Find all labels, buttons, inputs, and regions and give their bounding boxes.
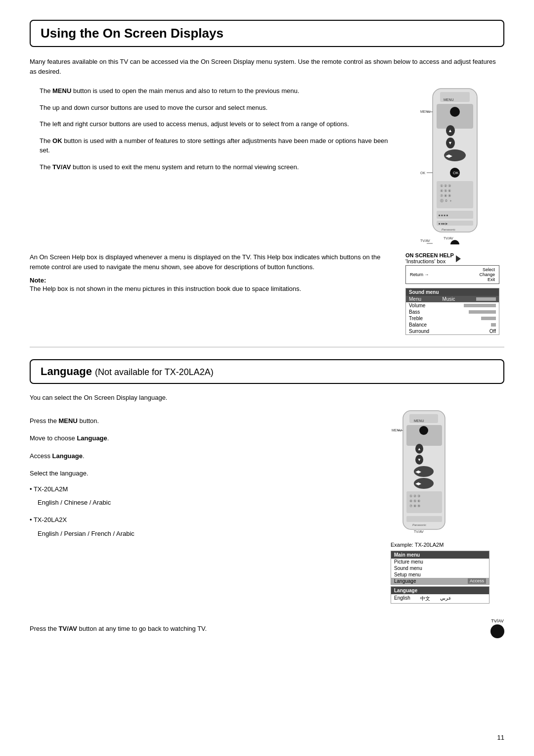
tvav-button-area: TV/AV xyxy=(490,618,504,638)
language-remote-area: MENU ▲ ▼ ◀▶ ◀▶ ① ② ③ ④ ⑤ ⑥ ⑦ ⑧ ⑨ xyxy=(391,408,504,604)
svg-text:TV/AV: TV/AV xyxy=(420,239,430,242)
help-arrow-icon xyxy=(456,255,461,262)
step-select-language: Select the language. xyxy=(30,468,381,479)
main-menu-header: Main menu xyxy=(391,551,489,559)
section-divider xyxy=(30,347,504,347)
sound-row-surround-label: Surround xyxy=(409,329,429,334)
section1-title: Using the On Screen Displays xyxy=(41,26,493,41)
svg-text:MENU: MENU xyxy=(414,419,424,423)
english-chinese-arabic: English / Chinese / Arabic xyxy=(30,497,381,508)
svg-text:Panasonic: Panasonic xyxy=(412,523,426,526)
section2-heading-box: Language (Not available for TX-20LA2A) xyxy=(30,359,504,384)
language-main-content: Press the MENU button. Move to choose La… xyxy=(30,408,504,604)
note-title: Note: xyxy=(30,277,46,284)
instructions-box-label: 'Instructions' box xyxy=(405,258,445,264)
svg-text:◀▶: ◀▶ xyxy=(415,481,422,486)
sound-bar-bass xyxy=(469,310,496,314)
sound-menu-row-menu: Menu Music xyxy=(406,296,499,302)
svg-text:Panasonic: Panasonic xyxy=(442,228,455,231)
sound-row-bass-label: Bass xyxy=(409,309,420,315)
example-label: Example: TX-20LA2M xyxy=(391,542,444,548)
sound-row-balance-label: Balance xyxy=(409,322,427,328)
menu-description: The MENU button is used to open the main… xyxy=(30,86,396,96)
main-menu-picture: Picture menu xyxy=(391,559,489,565)
return-label: Return → xyxy=(410,272,429,277)
lang-option-chinese: 中文 xyxy=(420,595,430,602)
cursor-ud-text: The up and down cursor buttons are used … xyxy=(40,104,267,111)
sound-menu-row-bass: Bass xyxy=(406,309,499,315)
svg-text:① ② ③: ① ② ③ xyxy=(409,494,420,498)
svg-text:MENU: MENU xyxy=(392,428,402,432)
sound-row-treble-label: Treble xyxy=(409,316,423,321)
svg-text:▼: ▼ xyxy=(448,141,452,145)
svg-text:◀▶: ◀▶ xyxy=(445,153,452,158)
help-title-text: ON SCREEN HELP 'Instructions' box xyxy=(405,252,454,264)
bullet-tx20la2m: • TX-20LA2M xyxy=(30,483,381,495)
svg-point-35 xyxy=(419,426,428,435)
section1-heading-box: Using the On Screen Displays xyxy=(30,20,504,47)
help-box-area: ON SCREEN HELP 'Instructions' box Select… xyxy=(405,252,504,335)
sound-menu-header: Sound menu xyxy=(406,288,499,296)
svg-point-24 xyxy=(450,240,459,244)
sound-bar-volume xyxy=(464,304,496,307)
main-menu-box: Main menu Picture menu Sound menu Setup … xyxy=(391,551,490,585)
main-menu-sound: Sound menu xyxy=(391,565,489,571)
remote-illustration: MENU ▲ ▼ ◀▶ OK ① ② ③ ④ ⑤ ⑥ ⑦ ⑧ ⑨ ⓪ ０ ＋ ■… xyxy=(405,86,504,244)
intro-paragraph: Many features available on this TV can b… xyxy=(30,57,504,76)
step-press-menu: Press the MENU button. xyxy=(30,415,381,426)
help-and-note: An On Screen Help box is displayed whene… xyxy=(30,252,504,335)
english-persian-french: English / Persian / French / Arabic xyxy=(30,528,381,539)
sound-menu-row-volume: Volume xyxy=(406,302,499,309)
svg-text:▲: ▲ xyxy=(448,128,452,133)
main-menu-language-access: Access xyxy=(468,578,486,584)
tvav-description: The TV/AV button is used to exit the men… xyxy=(30,162,396,172)
svg-text:④ ⑤ ⑥: ④ ⑤ ⑥ xyxy=(409,499,420,503)
main-menu-language-label: Language xyxy=(394,578,416,584)
svg-text:MENU: MENU xyxy=(420,110,431,113)
svg-text:■ ■■ ▶: ■ ■■ ▶ xyxy=(439,222,448,225)
sound-row-music-value: Music xyxy=(442,296,455,302)
page-number: 11 xyxy=(497,734,504,741)
section1-main-content: The MENU button is used to open the main… xyxy=(30,86,504,244)
svg-text:TV/AV: TV/AV xyxy=(444,236,453,240)
cursor-lr-description: The left and right cursor buttons are us… xyxy=(30,119,396,129)
svg-text:⓪ ０ ＋: ⓪ ０ ＋ xyxy=(440,199,452,202)
language-steps: Press the MENU button. Move to choose La… xyxy=(30,408,381,604)
language-options-row: English 中文 عربي xyxy=(391,594,489,603)
sound-bar-music xyxy=(476,297,496,301)
svg-text:▼: ▼ xyxy=(417,458,421,462)
exit-label: Exit xyxy=(410,277,495,282)
bottom-instruction: Press the TV/AV button at any time to go… xyxy=(30,625,481,632)
svg-text:◀▶: ◀▶ xyxy=(415,470,422,474)
tvav-button-icon xyxy=(490,624,504,638)
tvav-desc-text: The TV/AV button is used to exit the men… xyxy=(40,163,299,171)
sound-menu-box: Sound menu Menu Music Volume Bass Treble… xyxy=(405,288,499,335)
ok-desc-text: The OK button is used with a number of f… xyxy=(40,137,388,154)
svg-point-4 xyxy=(450,107,460,117)
sound-row-menu-label: Menu xyxy=(409,296,421,302)
sound-bar-balance xyxy=(491,323,496,327)
change-exit-row: Return → Change xyxy=(410,272,495,277)
change-label: Change xyxy=(479,272,495,277)
on-screen-help-bold: ON SCREEN HELP xyxy=(405,252,454,258)
section2-title-suffix: (Not available for TX-20LA2A) xyxy=(95,367,214,377)
svg-text:④ ⑤ ⑥: ④ ⑤ ⑥ xyxy=(440,189,451,192)
svg-text:⑦ ⑧ ⑨: ⑦ ⑧ ⑨ xyxy=(409,504,420,508)
language-intro: You can select the On Screen Display lan… xyxy=(30,394,504,401)
select-label: Select xyxy=(410,267,495,272)
steps-list: Press the MENU button. Move to choose La… xyxy=(30,415,381,539)
language-sub-box: Language English 中文 عربي xyxy=(391,586,490,604)
language-remote-svg: MENU ▲ ▼ ◀▶ ◀▶ ① ② ③ ④ ⑤ ⑥ ⑦ ⑧ ⑨ xyxy=(391,408,460,537)
bottom-row: Press the TV/AV button at any time to go… xyxy=(30,618,504,638)
language-sub-header: Language xyxy=(391,587,489,594)
language-section: Language (Not available for TX-20LA2A) Y… xyxy=(30,359,504,638)
tvav-label: TV/AV xyxy=(491,618,503,623)
bottom-text-area: Press the TV/AV button at any time to go… xyxy=(30,625,481,632)
svg-text:■ ■ ■ ■: ■ ■ ■ ■ xyxy=(439,214,448,217)
onscreen-desc: An On Screen Help box is displayed whene… xyxy=(30,252,396,272)
sound-menu-row-balance: Balance xyxy=(406,322,499,328)
svg-text:MENU: MENU xyxy=(444,98,454,101)
cursor-lr-text: The left and right cursor buttons are us… xyxy=(40,120,349,128)
cursor-ud-description: The up and down cursor buttons are used … xyxy=(30,103,396,113)
menu-desc-text: The MENU button is used to open the main… xyxy=(40,87,299,94)
